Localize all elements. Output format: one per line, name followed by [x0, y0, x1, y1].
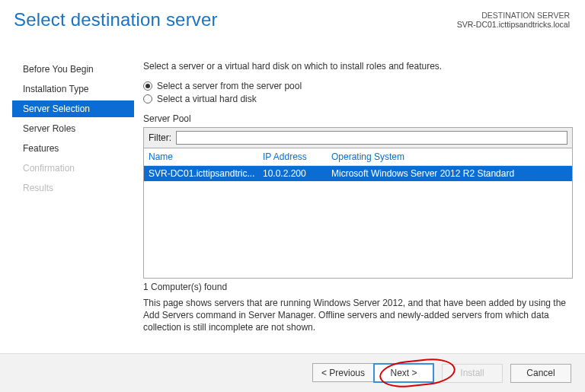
previous-button[interactable]: < Previous	[312, 363, 373, 382]
step-server-roles[interactable]: Server Roles	[12, 120, 134, 137]
filter-label: Filter:	[149, 132, 171, 143]
header: Select destination server DESTINATION SE…	[0, 0, 585, 55]
radio-server-pool[interactable]: Select a server from the server pool	[143, 81, 573, 91]
col-header-os[interactable]: Operating System	[331, 151, 567, 162]
col-header-name[interactable]: Name	[149, 151, 263, 162]
cancel-button[interactable]: Cancel	[510, 364, 571, 383]
wizard-window: Select destination server DESTINATION SE…	[0, 0, 585, 392]
table-row[interactable]: SVR-DC01.icttipsandtric... 10.0.2.200 Mi…	[144, 166, 572, 181]
radio-virtual-hard-disk[interactable]: Select a virtual hard disk	[143, 94, 573, 104]
radio-icon	[143, 81, 152, 91]
step-confirmation: Confirmation	[12, 160, 134, 177]
next-button[interactable]: Next >	[373, 363, 434, 383]
info-note: This page shows servers that are running…	[143, 297, 573, 334]
sidebar: Before You Begin Installation Type Serve…	[12, 58, 134, 347]
step-before-you-begin[interactable]: Before You Begin	[12, 61, 134, 78]
destination-label: DESTINATION SERVER	[457, 11, 570, 20]
server-pool-table: Name IP Address Operating System SVR-DC0…	[143, 148, 573, 279]
server-pool-label: Server Pool	[143, 113, 573, 124]
cell-ip: 10.0.2.200	[263, 168, 331, 179]
filter-bar: Filter:	[143, 127, 573, 148]
destination-block: DESTINATION SERVER SVR-DC01.icttipsandtr…	[457, 11, 570, 29]
cell-os: Microsoft Windows Server 2012 R2 Standar…	[331, 168, 567, 179]
body: Before You Begin Installation Type Serve…	[0, 55, 585, 347]
radio-label: Select a server from the server pool	[157, 81, 302, 91]
destination-value: SVR-DC01.icttipsandtricks.local	[457, 20, 570, 29]
computers-found-text: 1 Computer(s) found	[143, 282, 573, 292]
col-header-ip[interactable]: IP Address	[263, 151, 331, 162]
prev-next-group: < Previous Next >	[312, 363, 434, 383]
footer: < Previous Next > Install Cancel	[0, 353, 585, 392]
filter-input[interactable]	[176, 131, 567, 145]
radio-label: Select a virtual hard disk	[157, 94, 257, 104]
step-results: Results	[12, 180, 134, 196]
radio-icon	[143, 94, 152, 104]
install-button: Install	[442, 364, 503, 383]
step-server-selection[interactable]: Server Selection	[12, 100, 134, 117]
table-header: Name IP Address Operating System	[144, 148, 572, 166]
step-features[interactable]: Features	[12, 140, 134, 157]
intro-text: Select a server or a virtual hard disk o…	[143, 61, 573, 72]
main-panel: Select a server or a virtual hard disk o…	[143, 58, 573, 347]
step-installation-type[interactable]: Installation Type	[12, 81, 134, 97]
cell-name: SVR-DC01.icttipsandtric...	[149, 168, 263, 179]
